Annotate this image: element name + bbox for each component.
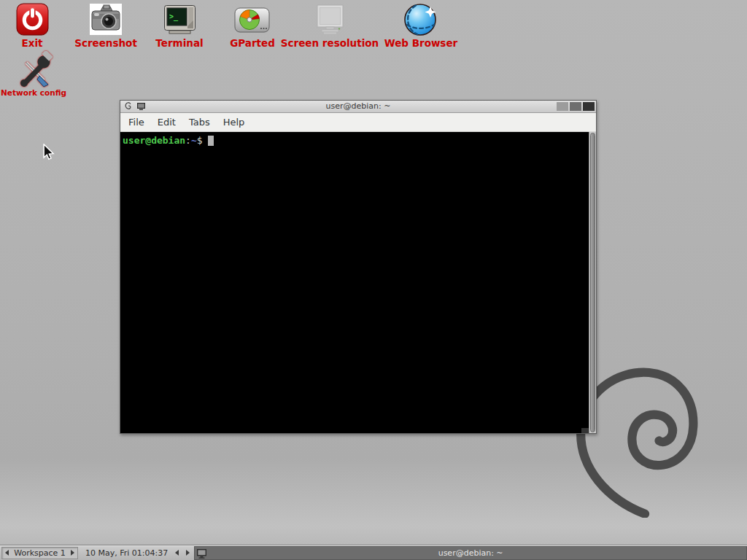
desktop-icon-gparted[interactable]: GParted [216, 0, 289, 49]
minimize-button[interactable] [557, 102, 568, 111]
icon-label: Network config [1, 89, 66, 98]
prompt-path: ~ [191, 135, 197, 146]
terminal-app-icon [136, 102, 146, 111]
prompt-dollar: $ [197, 135, 203, 146]
window-titlebar[interactable]: user@debian: ~ [120, 101, 596, 113]
maximize-button[interactable] [570, 102, 581, 111]
prompt-user-host: user@debian [123, 135, 185, 146]
menu-file[interactable]: File [122, 114, 151, 131]
tasklist-scroll [175, 550, 190, 556]
icon-label: Screen resolution [281, 38, 379, 49]
tasklist-left-icon[interactable] [175, 550, 179, 556]
taskbar-window-button[interactable]: user@debian: ~ [194, 546, 747, 560]
tasklist-right-icon[interactable] [186, 550, 190, 556]
globe-icon [403, 0, 438, 36]
menu-tabs[interactable]: Tabs [182, 114, 217, 131]
task-title: user@debian: ~ [438, 548, 503, 558]
scrollbar-thumb[interactable] [590, 133, 595, 432]
desktop-icon-network-config[interactable]: Network config [0, 50, 67, 98]
window-menubar: File Edit Tabs Help [120, 113, 596, 132]
prompt-colon: : [185, 135, 191, 146]
shell-prompt: user@debian:~$ [123, 135, 214, 146]
crt-terminal-icon: >_ [163, 0, 196, 36]
icon-label: Exit [21, 38, 42, 49]
menu-help[interactable]: Help [217, 114, 252, 131]
icon-label: Screenshot [74, 38, 137, 49]
icon-label: Web Browser [384, 38, 457, 49]
svg-text:>_: >_ [169, 12, 179, 21]
icon-label: Terminal [155, 38, 203, 49]
workspace-pager[interactable]: Workspace 1 [1, 547, 78, 559]
menu-edit[interactable]: Edit [151, 114, 182, 131]
workspace-next-icon[interactable] [71, 550, 74, 556]
window-title: user@debian: ~ [120, 101, 596, 112]
workspace-label: Workspace 1 [14, 548, 66, 558]
desktop: { "desktop": { "icons": [ { "label": "Ex… [0, 0, 747, 560]
monitor-icon [315, 0, 345, 36]
exit-power-icon [16, 0, 49, 36]
desktop-icon-screen-resolution[interactable]: Screen resolution [282, 0, 377, 49]
task-window-icon [196, 548, 207, 559]
desktop-icon-terminal[interactable]: >_ Terminal [143, 0, 216, 49]
desktop-icon-exit[interactable]: Exit [3, 0, 61, 49]
workspace-prev-icon[interactable] [5, 550, 9, 556]
taskbar: Workspace 1 10 May, Fri 01:04:37 user@de… [0, 545, 747, 560]
resize-grip[interactable] [581, 428, 589, 433]
taskbar-clock: 10 May, Fri 01:04:37 [85, 548, 168, 558]
debian-swirl-icon [124, 101, 132, 111]
desktop-icon-web-browser[interactable]: Web Browser [381, 0, 461, 49]
icon-label: GParted [230, 38, 275, 49]
terminal-screen[interactable]: user@debian:~$ [120, 132, 596, 433]
terminal-scrollbar[interactable] [589, 132, 596, 433]
tools-icon [15, 50, 53, 88]
camera-icon [88, 0, 124, 36]
mouse-cursor [42, 144, 56, 163]
terminal-window: user@debian: ~ File Edit Tabs Help user@… [120, 100, 597, 434]
terminal-cursor [208, 136, 214, 146]
close-button[interactable] [583, 102, 595, 111]
desktop-icon-screenshot[interactable]: Screenshot [69, 0, 142, 49]
disk-partition-icon [233, 0, 271, 36]
